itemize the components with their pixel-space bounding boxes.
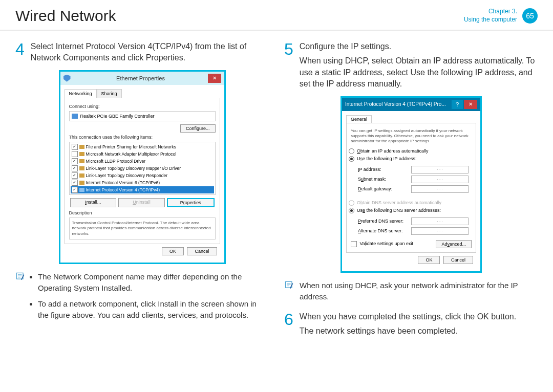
- tab-sharing[interactable]: Sharing: [97, 89, 122, 98]
- radio-icon: [349, 148, 354, 154]
- radio-obtain-ip-auto[interactable]: Obtain an IP address automatically: [349, 147, 474, 155]
- radio-obtain-dns-auto: Obtain DNS server address automatically: [349, 199, 474, 207]
- page-header: Wired Network Chapter 3. Using the compu…: [0, 0, 553, 31]
- checkbox-icon[interactable]: ✓: [72, 172, 78, 179]
- close-icon[interactable]: ✕: [208, 74, 221, 83]
- step-text: When you have completed the settings, cl…: [300, 311, 538, 337]
- chapter-info: Chapter 3. Using the computer: [464, 8, 517, 24]
- pdns-input[interactable]: . . .: [411, 217, 469, 225]
- note-bullet: The Network Component name may differ de…: [38, 271, 269, 294]
- step-5: 5 Configure the IP settings. When using …: [284, 41, 538, 90]
- advanced-button[interactable]: Advanced...: [436, 240, 472, 248]
- note-text: When not using DHCP, ask your network ad…: [300, 280, 538, 303]
- step-4: 4 Select Internet Protocol Version 4(TCP…: [15, 41, 269, 64]
- ip-address-row: IP address:. . .: [349, 165, 474, 175]
- uninstall-button: Uninstall: [118, 198, 165, 207]
- note-icon: [284, 280, 294, 290]
- note-block: When not using DHCP, ask your network ad…: [284, 280, 538, 303]
- ok-button[interactable]: OK: [162, 247, 184, 255]
- step-number: 5: [284, 41, 293, 90]
- protocol-icon: [79, 166, 84, 170]
- close-icon[interactable]: ✕: [464, 100, 477, 109]
- note-bullet: To add a network component, click Instal…: [38, 298, 269, 321]
- tab-bar: Networking Sharing: [65, 89, 220, 98]
- configure-button[interactable]: Configure...: [180, 124, 216, 133]
- gateway-input[interactable]: . . .: [411, 185, 469, 193]
- checkbox-icon[interactable]: ✓: [72, 180, 78, 186]
- subnet-input[interactable]: . . .: [411, 176, 469, 183]
- protocol-icon: [79, 188, 84, 192]
- radio-use-following-dns[interactable]: Use the following DNS server addresses:: [349, 207, 474, 214]
- list-item[interactable]: ✓File and Printer Sharing for Microsoft …: [71, 143, 214, 150]
- list-item[interactable]: Microsoft Network Adapter Multiplexor Pr…: [71, 150, 214, 158]
- adns-input[interactable]: . . .: [411, 227, 469, 235]
- ipv4-properties-dialog: Internet Protocol Version 4 (TCP/IPv4) P…: [341, 96, 482, 273]
- dns-radio-group: Obtain DNS server address automatically …: [349, 199, 474, 214]
- list-item-selected[interactable]: ✓Internet Protocol Version 4 (TCP/IPv4): [71, 186, 214, 193]
- ok-button[interactable]: OK: [418, 256, 440, 264]
- radio-use-following-ip[interactable]: Use the following IP address:: [349, 155, 474, 163]
- protocol-icon: [79, 159, 84, 163]
- protocol-icon: [79, 173, 84, 178]
- checkbox-icon[interactable]: ✓: [72, 165, 78, 171]
- dialog-title: Ethernet Properties: [74, 75, 208, 81]
- tab-general[interactable]: General: [346, 115, 372, 123]
- checkbox-icon[interactable]: [72, 151, 78, 157]
- checkbox-icon[interactable]: ✓: [72, 187, 78, 193]
- install-button[interactable]: IInstall...nstall...: [70, 198, 117, 207]
- dialog-title-bar: Internet Protocol Version 4 (TCP/IPv4) P…: [342, 98, 480, 111]
- content-area: 4 Select Internet Protocol Version 4(TCP…: [0, 31, 553, 354]
- dialog-body: General You can get IP settings assigned…: [342, 111, 480, 271]
- radio-icon: [349, 200, 354, 206]
- components-list[interactable]: ✓File and Printer Sharing for Microsoft …: [69, 142, 216, 195]
- step-number: 4: [15, 41, 25, 64]
- header-right: Chapter 3. Using the computer 65: [464, 8, 538, 24]
- list-item[interactable]: ✓Microsoft LLDP Protocol Driver: [71, 158, 214, 165]
- protocol-icon: [79, 152, 84, 156]
- properties-button[interactable]: Properties: [167, 198, 215, 207]
- cancel-button[interactable]: Cancel: [187, 247, 217, 255]
- uses-items-label: This connection uses the following items…: [69, 135, 216, 140]
- ip-address-input[interactable]: . . .: [411, 166, 469, 173]
- ip-radio-group: Obtain an IP address automatically Use t…: [349, 147, 474, 163]
- chapter-label: Chapter 3.: [464, 8, 517, 16]
- left-column: 4 Select Internet Protocol Version 4(TCP…: [15, 41, 269, 343]
- cancel-button[interactable]: Cancel: [443, 256, 473, 264]
- protocol-icon: [79, 181, 84, 185]
- checkbox-icon[interactable]: ✓: [72, 158, 78, 164]
- ethernet-properties-dialog: Ethernet Properties ✕ Networking Sharing…: [59, 70, 226, 264]
- page-title: Wired Network: [15, 7, 116, 25]
- dialog-footer: OK Cancel: [346, 253, 476, 267]
- note-content: The Network Component name may differ de…: [31, 271, 269, 325]
- checkbox-icon[interactable]: ✓: [72, 144, 78, 150]
- page-number-badge: 65: [522, 8, 538, 24]
- validate-row: Validate settings upon exit Advanced...: [351, 240, 472, 248]
- step-line: When using DHCP, select Obtain an IP add…: [300, 55, 538, 90]
- list-item[interactable]: ✓Link-Layer Topology Discovery Responder: [71, 172, 214, 179]
- description-text: Transmission Control Protocol/Internet P…: [69, 217, 216, 239]
- adns-row: Alternate DNS server:. . .: [349, 226, 474, 236]
- subnet-row: Subnet mask:. . .: [349, 175, 474, 184]
- note-icon: [15, 271, 26, 281]
- section-label: Using the computer: [464, 16, 517, 24]
- step-line: Configure the IP settings.: [300, 41, 538, 52]
- connect-using-label: Connect using:: [69, 104, 216, 109]
- step-line: When you have completed the settings, cl…: [300, 311, 538, 322]
- adapter-name: Realtek PCIe GBE Family Controller: [80, 114, 155, 119]
- dialog-body: Networking Sharing Connect using: Realte…: [60, 85, 224, 263]
- note-block: The Network Component name may differ de…: [15, 271, 269, 325]
- shield-icon: [63, 75, 71, 82]
- tab-networking[interactable]: Networking: [65, 89, 97, 98]
- step-6: 6 When you have completed the settings, …: [284, 311, 538, 337]
- info-text: You can get IP settings assigned automat…: [351, 128, 472, 144]
- list-item[interactable]: ✓Internet Protocol Version 6 (TCP/IPv6): [71, 179, 214, 186]
- validate-checkbox[interactable]: Validate settings upon exit: [351, 241, 413, 247]
- protocol-icon: [79, 145, 84, 149]
- dialog-title: Internet Protocol Version 4 (TCP/IPv4) P…: [345, 101, 452, 107]
- right-column: 5 Configure the IP settings. When using …: [284, 41, 538, 343]
- description-label: Description: [69, 210, 216, 215]
- list-item[interactable]: ✓Link-Layer Topology Discovery Mapper I/…: [71, 165, 214, 172]
- help-icon[interactable]: ?: [452, 100, 463, 109]
- dialog-footer: OK Cancel: [65, 244, 220, 258]
- adapter-field[interactable]: Realtek PCIe GBE Family Controller: [69, 111, 216, 121]
